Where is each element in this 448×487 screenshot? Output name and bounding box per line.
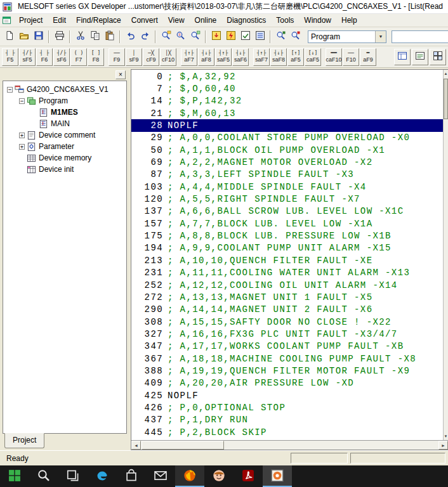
close-panel-button[interactable]: × [115,70,126,79]
fkey-af7-button[interactable]: ┤↑├aF7 [181,48,197,66]
list-row[interactable]: 50; A,1,1,BLOCK OIL PUMP OVERLOAD -X1 [131,144,448,156]
fkey-saf7-button[interactable]: ┤↑├saF7 [253,48,270,66]
list-row[interactable]: 137; A,6,6,BALL SCROW LUB. LEVEL LOW -X1… [131,205,448,218]
fkey-f10-button[interactable]: ──F10 [343,48,359,66]
fkey-f5-button[interactable]: ┤ ├F5 [2,48,18,66]
scroll-up-icon[interactable]: ▲ [444,70,448,77]
menu-online[interactable]: Online [190,14,222,27]
store-taskbar-button[interactable] [117,465,146,487]
tree-item-device-memory[interactable]: Device memory [5,152,126,164]
comment-display-button[interactable] [412,49,428,65]
scroll-right-icon[interactable]: ► [438,441,448,450]
tree-item-m1mes[interactable]: M1MES [5,107,126,118]
monitor-stop-button[interactable] [288,29,303,44]
tile-windows-button[interactable] [430,49,446,65]
program-check-button[interactable] [238,29,253,44]
fkey-sf5-button[interactable]: ┤/├sF5 [19,48,36,66]
menu-view[interactable]: View [163,14,190,27]
list-row[interactable]: 157; A,7,7,BLOCK LUB. LEVEL LOW -X1A [131,218,448,230]
menu-tools[interactable]: Tools [271,14,299,27]
save-button[interactable] [31,29,46,44]
tree-item-g4200-cnc6axes-v1[interactable]: −G4200_CNC6AXES_V1 [5,84,126,95]
list-row[interactable]: 194; A,9,9,COOLANT PUMP UNIT ALARM -X15 [131,242,448,254]
list-row[interactable]: 29; A,0,0,COOLANT STORE PUMP OVERLOAD -X… [131,132,448,144]
fkey-sf9-button[interactable]: │sF9 [126,48,142,66]
tab-project[interactable]: Project [4,433,44,448]
ladder-test-button[interactable] [253,29,267,44]
menu-edit[interactable]: Edit [48,14,71,27]
list-row[interactable]: 21; $,M,60,13 [131,107,448,119]
list-row[interactable]: 290; A,14,14,MAGNET UNIT 2 FAULT -X6 [131,304,448,316]
expand-icon[interactable]: + [19,133,25,138]
list-row[interactable]: 69; A,2,2,MAGNET MOTOR OVERLOAD -X2 [131,156,448,168]
collapse-icon[interactable]: − [19,98,25,104]
print-button[interactable] [52,29,67,44]
fkey-af8-button[interactable]: ┤↓├aF8 [198,48,214,66]
fkey-saf5-button[interactable]: ┤↑├saF5 [215,48,232,66]
convert-button[interactable] [209,29,223,44]
ladder-window-button[interactable] [394,49,411,65]
list-row[interactable]: 231; A,11,11,COOLING WATER UNIT ALARM -X… [131,267,448,279]
acrobat-taskbar-button[interactable] [234,465,263,487]
list-row[interactable]: 213; A,10,10,QUENCH FILTER FAULT -XE [131,254,448,266]
redo-button[interactable] [138,29,152,44]
list-row[interactable]: 388; A,19,19,QUENCH FILTER MOTOR FAULT -… [131,365,448,377]
list-row[interactable]: 409; A,20,20,AIR PRESSURE LOW -XD [131,377,448,389]
list-row[interactable]: 252; A,12,12,COOLING OIL UNIT ALARM -X14 [131,279,448,291]
list-row[interactable]: 14; $,P,142,32 [131,95,448,107]
program-mode-dropdown[interactable]: Program ▼ [308,30,386,43]
scroll-left-icon[interactable]: ◄ [131,441,141,450]
gx-developer-taskbar-button[interactable] [263,465,292,487]
fkey-cf10-button[interactable]: │╳cF10 [160,48,176,66]
expand-icon[interactable]: + [19,144,25,150]
tree-item-device-init[interactable]: Device init [5,164,126,175]
open-button[interactable] [16,29,31,44]
menu-find-replace[interactable]: Find/Replace [71,14,126,27]
fkey-caf10-button[interactable]: ══caF10 [326,48,342,66]
fkey-caf5-button[interactable]: [↓]caF5 [305,48,321,66]
list-row[interactable]: 7; $,O,60,40 [131,82,448,94]
menu-window[interactable]: Window [299,14,336,27]
fkey-f8-button[interactable]: [ ]F8 [88,48,104,66]
monitor-start-button[interactable] [273,29,288,44]
list-row[interactable]: 426; P,0,OPTIONAL STOP [131,401,448,413]
new-button[interactable] [2,29,16,44]
list-row[interactable]: 103; A,4,4,MIDDLE SPINDLE FAULT -X4 [131,181,448,193]
fkey-cf9-button[interactable]: ─╳cF9 [143,48,159,66]
menu-diagnostics[interactable]: Diagnostics [221,14,271,27]
mail-taskbar-button[interactable] [146,465,175,487]
horizontal-scrollbar[interactable]: ◄ ► [131,440,448,450]
list-row[interactable]: 347; A,17,17,WORKS COOLANT PUMP FAULT -X… [131,341,448,353]
list-row[interactable]: 445; P,2,BLOCK SKIP [131,426,448,438]
paste-button[interactable] [102,29,117,44]
scroll-down-icon[interactable]: ▼ [444,432,448,440]
tree-item-parameter[interactable]: +Parameter [5,141,126,152]
chevron-down-icon[interactable]: ▼ [375,31,386,42]
edge-taskbar-button[interactable] [88,465,117,487]
vertical-scroll-thumb[interactable] [444,79,448,119]
horizontal-scroll-thumb[interactable] [142,441,224,450]
fkey-saf8-button[interactable]: ┤↓├saF8 [270,48,287,66]
search-taskbar-button[interactable] [29,465,58,487]
collapse-icon[interactable]: − [7,87,13,93]
fkey-f7-button[interactable]: ( )F7 [70,48,87,66]
copy-button[interactable] [88,29,102,44]
list-row[interactable]: 28NOPLF [131,119,448,131]
menu-convert[interactable]: Convert [126,14,163,27]
menu-help[interactable]: Help [336,14,362,27]
fkey-f6-button[interactable]: ┤ ├F6 [36,48,53,66]
list-row[interactable]: 272; A,13,13,MAGNET UNIT 1 FAULT -X5 [131,291,448,303]
list-row[interactable]: 308; A,15,15,SAFTY DOOR NO CLOSE ! -X22 [131,316,448,328]
zoom-monitor-button[interactable] [159,29,173,44]
fkey-af5-button[interactable]: [↑]aF5 [287,48,304,66]
zoom-device-button[interactable] [188,29,202,44]
cut-button[interactable] [73,29,88,44]
start-taskbar-button[interactable] [0,465,29,487]
vertical-scrollbar[interactable]: ▲ ▼ [443,70,448,440]
menu-project[interactable]: Project [14,14,48,27]
list-row[interactable]: 175; A,8,8,BLOCK LUB. PRESSURE LOW -X1B [131,230,448,242]
task-view-taskbar-button[interactable] [58,465,88,487]
tree-item-device-comment[interactable]: +Device comment [5,129,126,141]
tree-item-program[interactable]: −Program [5,95,126,107]
list-row[interactable]: 425NOPLF [131,389,448,401]
